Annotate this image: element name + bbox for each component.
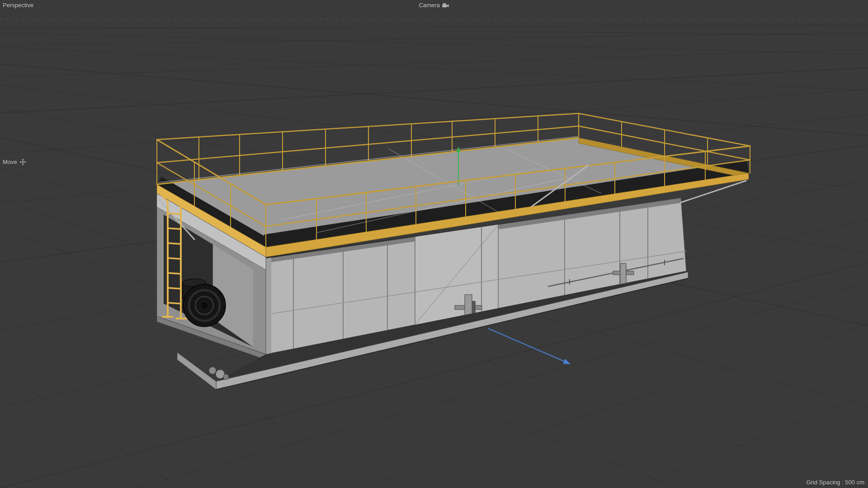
tool-indicator[interactable]: Move bbox=[3, 159, 26, 165]
camera-icon bbox=[442, 3, 449, 8]
camera-label[interactable]: Camera bbox=[419, 2, 439, 9]
model-tank-unit[interactable] bbox=[157, 113, 750, 389]
move-icon bbox=[19, 159, 26, 165]
roller-wheel bbox=[209, 367, 216, 374]
camera-label-group[interactable]: Camera bbox=[0, 2, 868, 9]
roller-wheel bbox=[223, 374, 229, 380]
viewport-3d[interactable]: Perspective Camera Move Grid Spacing : 5… bbox=[0, 0, 868, 488]
grid-spacing-label: Grid Spacing : 500 cm bbox=[806, 479, 864, 486]
tool-label: Move bbox=[3, 159, 17, 165]
scene-canvas[interactable] bbox=[0, 0, 868, 488]
world-axis-blue bbox=[488, 328, 571, 364]
